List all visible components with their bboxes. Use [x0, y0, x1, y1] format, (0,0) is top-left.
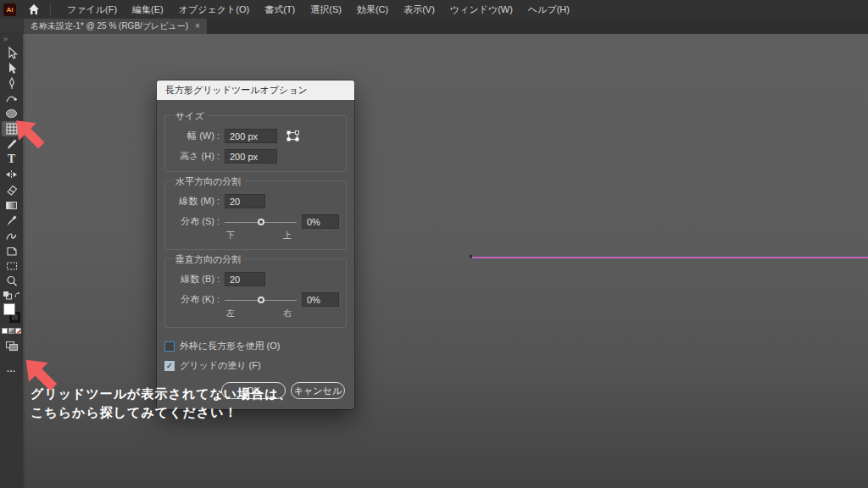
illustrator-logo-icon: Ai: [3, 3, 16, 16]
fill-stroke-indicator[interactable]: [2, 302, 22, 324]
v-skew-slider[interactable]: [225, 294, 297, 306]
h-skew-input[interactable]: [302, 214, 339, 229]
dashed-rect-icon: [6, 261, 18, 271]
caption-line-1: グリッドツールが表示されてない場合は、: [31, 385, 292, 403]
panel-header-spacer: [0, 19, 24, 34]
magenta-path-line[interactable]: [472, 257, 868, 258]
menu-bar: Ai ファイル(F) 編集(E) オブジェクト(O) 書式(T) 選択(S) 効…: [0, 0, 868, 19]
eyedropper-tool[interactable]: [0, 213, 23, 228]
size-legend: サイズ: [172, 110, 208, 123]
cancel-button[interactable]: キャンセル: [291, 382, 345, 399]
home-icon[interactable]: [28, 3, 40, 15]
dialog-body: サイズ 幅 (W) : 高さ (H) :: [157, 100, 354, 409]
horizontal-dividers-group: 水平方向の分割 線数 (M) : 分布 (S) : 下 上: [164, 180, 347, 250]
swap-fill-stroke-icon: [3, 291, 21, 300]
direct-selection-tool[interactable]: [0, 60, 23, 75]
outer-rect-label: 外枠に長方形を使用 (O): [180, 340, 280, 352]
squiggle-icon: [5, 230, 18, 241]
draw-mode-icon: [5, 341, 19, 352]
menu-window[interactable]: ウィンドウ(W): [442, 0, 520, 19]
selection-tool[interactable]: [0, 45, 23, 60]
caption-line-2: こちらから探してみてください！: [31, 403, 292, 422]
h-min-label: 下: [226, 230, 235, 241]
type-icon: T: [8, 153, 15, 165]
type-tool[interactable]: T: [0, 152, 23, 167]
v-lines-label: 線数 (B) :: [172, 273, 220, 286]
h-lines-input[interactable]: [225, 194, 265, 208]
pen-tool[interactable]: [0, 75, 23, 91]
menu-edit[interactable]: 編集(E): [125, 0, 171, 19]
swap-fill-stroke[interactable]: [0, 291, 23, 300]
gradient-button[interactable]: [8, 328, 14, 334]
v-skew-input[interactable]: [302, 292, 339, 307]
vertical-dividers-group: 垂直方向の分割 線数 (B) : 分布 (K) : 左 右: [164, 258, 347, 328]
artboard-tool[interactable]: [0, 243, 23, 258]
menu-type[interactable]: 書式(T): [257, 0, 303, 19]
document-tab-title: 名称未設定-1* @ 25 % (RGB/プレビュー): [31, 20, 188, 32]
v-min-label: 左: [226, 308, 235, 319]
width-input[interactable]: [225, 129, 277, 143]
shaper-tool[interactable]: [0, 182, 23, 197]
eyedropper-icon: [6, 214, 18, 226]
color-mode-row: [2, 328, 21, 334]
arrow-to-grid-tool: [11, 114, 47, 152]
zoom-tool[interactable]: [0, 274, 23, 289]
vertical-legend: 垂直方向の分割: [172, 253, 244, 266]
selection-arrow-icon: [6, 47, 18, 59]
h-skew-label: 分布 (S) :: [172, 215, 220, 228]
tools-panel: »: [0, 34, 23, 488]
v-lines-input[interactable]: [225, 272, 265, 286]
height-input[interactable]: [225, 149, 277, 164]
fill-color-swatch[interactable]: [3, 303, 15, 315]
fill-grid-checkbox[interactable]: ✓: [164, 361, 175, 371]
v-max-label: 右: [283, 308, 292, 319]
h-max-label: 上: [283, 230, 292, 241]
reference-point-icon[interactable]: [286, 130, 300, 142]
shear-tool[interactable]: [0, 228, 23, 243]
h-slider-knob[interactable]: [258, 219, 264, 225]
document-tab[interactable]: 名称未設定-1* @ 25 % (RGB/プレビュー) ×: [24, 19, 207, 34]
none-button[interactable]: [15, 328, 21, 334]
menu-effect[interactable]: 効果(C): [349, 0, 396, 19]
fill-grid-row[interactable]: ✓ グリッドの塗り (F): [164, 359, 347, 372]
rect-grid-options-dialog: 長方形グリッドツールオプション サイズ 幅 (W) : 高さ (H): [157, 80, 354, 409]
panel-collapse-icon[interactable]: »: [0, 34, 23, 45]
magnifier-icon: [6, 275, 18, 287]
direct-selection-arrow-icon: [6, 62, 18, 75]
reflect-arrows-icon: [5, 169, 18, 180]
menu-view[interactable]: 表示(V): [396, 0, 442, 19]
use-outer-rect-row[interactable]: 外枠に長方形を使用 (O): [164, 340, 347, 352]
h-lines-label: 線数 (M) :: [172, 195, 220, 208]
curvature-icon: [5, 92, 18, 104]
outer-rect-checkbox[interactable]: [164, 341, 175, 352]
menu-select[interactable]: 選択(S): [303, 0, 349, 19]
v-slider-knob[interactable]: [258, 297, 264, 303]
tab-close-icon[interactable]: ×: [195, 22, 200, 30]
gradient-tool[interactable]: [0, 197, 23, 213]
caption-text: グリッドツールが表示されてない場合は、 こちらから探してみてください！: [31, 385, 292, 422]
dialog-title: 長方形グリッドツールオプション: [157, 80, 354, 100]
pen-icon: [6, 77, 18, 90]
eraser-icon: [6, 184, 18, 196]
curvature-tool[interactable]: [0, 91, 23, 106]
v-skew-label: 分布 (K) :: [172, 293, 220, 306]
fill-grid-label: グリッドの塗り (F): [180, 359, 261, 372]
menu-file[interactable]: ファイル(F): [59, 0, 125, 19]
illustrator-window: Ai ファイル(F) 編集(E) オブジェクト(O) 書式(T) 選択(S) 効…: [0, 0, 868, 488]
width-tool[interactable]: [0, 167, 23, 182]
menu-object[interactable]: オブジェクト(O): [171, 0, 257, 19]
horizontal-legend: 水平方向の分割: [172, 175, 244, 188]
width-label: 幅 (W) :: [172, 130, 220, 142]
document-tab-bar: 名称未設定-1* @ 25 % (RGB/プレビュー) ×: [0, 19, 868, 34]
drawing-modes[interactable]: [0, 341, 23, 352]
size-group: サイズ 幅 (W) : 高さ (H) :: [164, 115, 347, 172]
color-button[interactable]: [2, 328, 8, 334]
h-skew-slider[interactable]: [225, 216, 297, 228]
menu-help[interactable]: ヘルプ(H): [520, 0, 577, 19]
artboard-icon: [6, 246, 18, 257]
gradient-icon: [5, 200, 18, 211]
height-label: 高さ (H) :: [172, 150, 220, 163]
slice-tool[interactable]: [0, 258, 23, 274]
menu-separator: [50, 3, 51, 15]
